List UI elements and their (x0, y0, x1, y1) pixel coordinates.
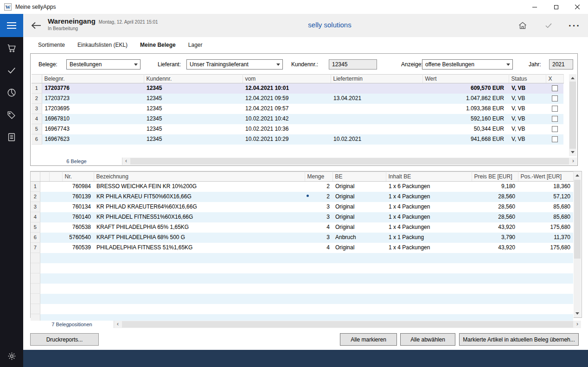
belege-select-value: Bestellungen (70, 61, 102, 68)
column-header-belegnr[interactable]: Belegnr. (42, 75, 144, 83)
kundennr-label: Kundennr.: (291, 59, 318, 70)
sidebar-item-statistics[interactable] (0, 82, 23, 104)
scroll-up-icon[interactable] (571, 77, 575, 79)
menu-button[interactable] (0, 14, 23, 37)
belege-horizontal-scrollbar[interactable]: ‹ › (122, 158, 577, 165)
belege-select[interactable]: Bestellungen (66, 59, 141, 70)
anzeige-select[interactable]: offene Bestellungen (422, 59, 513, 70)
position-row[interactable]: 4760140KR PHILADEL FITNES51%60X16,66G3Or… (31, 212, 573, 222)
position-row[interactable]: 65760540KRAFT PHILADELPHIA 68% 500 G3Anb… (31, 233, 573, 243)
home-button[interactable] (516, 19, 530, 32)
position-row[interactable]: 5760538KRAFT PHILADELPHIA 65% 1,65KG4Ori… (31, 222, 573, 233)
beleg-checkbox[interactable] (552, 95, 558, 101)
scrollbar-thumb[interactable] (574, 180, 581, 259)
beleg-row[interactable]: 3172036951234512.04.2021 09:571.093,368 … (32, 104, 563, 114)
scrollbar-thumb[interactable] (122, 321, 573, 328)
beleg-checkbox[interactable] (552, 106, 558, 112)
back-button[interactable] (29, 19, 43, 32)
belege-count-label: 6 Belege (31, 158, 122, 165)
alle-markieren-button[interactable]: Alle markieren (340, 333, 397, 346)
column-header-preis-be[interactable]: Preis BE [EUR] (472, 172, 518, 182)
confirm-button[interactable] (542, 19, 556, 32)
column-header-status[interactable]: Status (509, 75, 546, 83)
beleg-row[interactable]: 1172037761234512.04.2021 10:01609,570 EU… (32, 83, 563, 94)
scroll-down-icon[interactable] (571, 151, 575, 153)
positionen-vertical-scrollbar[interactable] (574, 171, 581, 317)
chevron-down-icon (506, 63, 510, 66)
pie-chart-icon (6, 88, 17, 98)
page-state: In Bearbeitung (48, 26, 158, 31)
sidebar-item-prices[interactable] (0, 104, 23, 126)
back-arrow-icon (31, 21, 42, 30)
uebernehmen-button[interactable]: Markierte Artikel in aktuellen Beleg übe… (459, 333, 579, 346)
scroll-left-icon[interactable]: ‹ (114, 321, 121, 328)
beleg-checkbox[interactable] (552, 126, 558, 132)
minimize-button[interactable] (524, 0, 545, 14)
beleg-row[interactable]: 5169677431234510.02.2021 10:3650,344 EUR… (32, 124, 563, 134)
belege-vertical-scrollbar[interactable] (569, 74, 576, 156)
beleg-checkbox[interactable] (552, 136, 558, 142)
druckreports-button[interactable]: Druckreports... (30, 333, 99, 346)
scrollbar-thumb[interactable] (130, 158, 569, 165)
column-header-x[interactable]: X (546, 75, 563, 83)
menu-icon (7, 22, 16, 23)
positionen-footer: 7 Belegpositionen ‹ › (30, 321, 581, 328)
tab-sortimente[interactable]: Sortimente (38, 42, 65, 48)
position-row[interactable]: 1760984BRESSO WEICHKA FEIN KR 10%200G2Or… (31, 182, 573, 192)
column-header-inhalt-be[interactable]: Inhalt BE (386, 172, 472, 182)
tab-einkaufslisten[interactable]: Einkaufslisten (EKL) (77, 42, 128, 48)
beleg-checkbox[interactable] (552, 85, 558, 91)
sidebar-item-catalog[interactable] (0, 126, 23, 148)
tab-meine-belege[interactable]: Meine Belege (140, 42, 176, 48)
jahr-input[interactable]: 2021 (549, 59, 573, 70)
column-header-pos-wert[interactable]: Pos.-Wert [EUR] (518, 172, 573, 182)
belege-filter-label: Belege: (38, 59, 58, 70)
more-button[interactable]: ··· (568, 19, 582, 32)
page-title: Wareneingang (48, 17, 96, 25)
price-tag-icon (6, 110, 17, 120)
sidebar-item-tasks[interactable] (0, 59, 23, 82)
window-title: Meine sellyApps (15, 4, 56, 10)
scroll-left-icon[interactable]: ‹ (122, 158, 130, 165)
maximize-button[interactable] (545, 0, 567, 14)
position-row[interactable]: 3760134KR PHILAD KRAEUTER64%60X16,66G3Or… (31, 202, 573, 212)
column-header-bezeichnung[interactable]: Bezeichnung (94, 172, 305, 182)
positionen-header-row: Nr. Bezeichnung Menge BE Inhalt BE Preis… (31, 172, 573, 182)
position-empty-row (31, 284, 573, 294)
beleg-row[interactable]: 4169678101234510.02.2021 10:42592,160 EU… (32, 114, 563, 124)
scroll-up-icon[interactable] (575, 174, 579, 177)
alle-abwaehlen-button[interactable]: Alle abwählen (400, 333, 455, 346)
scroll-right-icon[interactable]: › (569, 158, 577, 165)
column-header-liefertermin[interactable]: Liefertermin (331, 75, 422, 83)
column-header-wert[interactable]: Wert (422, 75, 509, 83)
kundennr-input[interactable]: 12345 (329, 59, 377, 70)
position-row[interactable]: 7760539PHILADELPHIA FITNESS 51%1,65KG4Or… (31, 243, 573, 253)
position-empty-row (31, 304, 573, 314)
column-header-be[interactable]: BE (332, 172, 386, 182)
jahr-label: Jahr: (529, 59, 541, 70)
position-empty-row (31, 273, 573, 284)
beleg-row[interactable]: 2172037231234512.04.2021 09:5913.04.2021… (32, 94, 563, 104)
positionen-horizontal-scrollbar[interactable]: ‹ › (114, 321, 581, 328)
belege-footer: 6 Belege ‹ › (31, 158, 577, 165)
lieferant-select[interactable]: Unser Trainingslieferant (186, 59, 283, 70)
column-header-vom[interactable]: vom (243, 75, 331, 83)
beleg-row[interactable]: 6169676231234510.02.2021 10:2910.02.2021… (32, 134, 563, 145)
tab-lager[interactable]: Lager (188, 42, 203, 48)
column-header-spacer (40, 172, 49, 182)
scroll-down-icon[interactable] (575, 312, 579, 315)
position-row[interactable]: 2760139KR PHILA KRAEU FIT50%60X16,66G2Or… (31, 192, 573, 202)
close-button[interactable] (567, 0, 588, 14)
sidebar-item-cart[interactable] (0, 37, 23, 59)
column-header-menge[interactable]: Menge (305, 172, 332, 182)
scrollbar-thumb[interactable] (569, 82, 576, 149)
column-header-nr[interactable]: Nr. (62, 172, 94, 182)
lieferant-filter-label: Lieferant: (158, 59, 181, 70)
scroll-right-icon[interactable]: › (574, 321, 581, 328)
cell-focus-dot (307, 195, 309, 197)
column-header-kundennr[interactable]: Kundennr. (144, 75, 243, 83)
beleg-checkbox[interactable] (552, 116, 558, 122)
app-window: W Meine sellyApps (0, 0, 588, 367)
position-empty-row (31, 263, 573, 273)
sidebar-item-settings[interactable] (0, 348, 23, 364)
